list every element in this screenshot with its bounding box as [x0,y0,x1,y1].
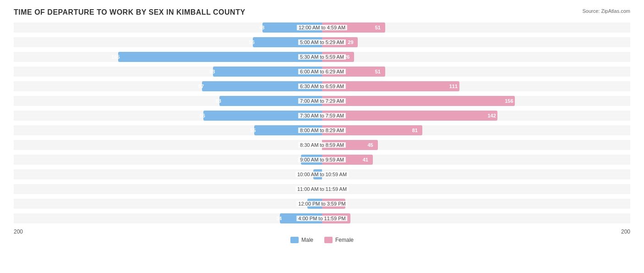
male-bar [213,67,322,77]
bar-row: 5:00 AM to 5:29 AM5629 [14,35,630,50]
female-bar [322,52,354,62]
male-value: 7 [309,172,311,177]
bar-row-inner: 11:00 AM to 11:59 AM00 [14,184,630,194]
time-label: 10:00 AM to 10:59 AM [295,172,349,177]
legend: Male Female [14,237,630,243]
bar-row-inner: 9:00 AM to 9:59 AM1741 [14,155,630,165]
legend-male-box [290,237,299,243]
bar-row: 9:00 AM to 9:59 AM1741 [14,152,630,167]
legend-female: Female [324,237,354,243]
legend-male-label: Male [301,237,313,243]
male-bar [313,169,322,179]
male-bar [202,81,322,91]
female-bar [322,37,358,47]
bar-row: 7:30 AM to 7:59 AM96142 [14,108,630,123]
legend-male: Male [290,237,313,243]
female-bar [322,140,378,150]
female-bar [322,22,385,33]
bar-row-inner: 7:00 AM to 7:29 AM83156 [14,96,630,106]
female-bar [322,125,422,135]
male-bar [280,213,322,223]
female-bar [322,199,345,209]
male-bar [254,125,322,135]
chart-area: 12:00 AM to 4:59 AM48515:00 AM to 5:29 A… [14,20,630,226]
bar-row: 4:00 PM to 11:59 PM3423 [14,211,630,226]
bar-row: 10:00 AM to 10:59 AM70 [14,167,630,182]
bar-row: 12:00 AM to 4:59 AM4851 [14,20,630,35]
male-bar [219,96,322,106]
female-value: 0 [324,172,327,177]
female-bar [322,96,515,106]
axis-left: 200 [14,228,23,235]
bar-row: 5:30 AM to 5:59 AM16526 [14,50,630,64]
female-bar [322,155,373,165]
axis-labels: 200 200 [14,228,630,235]
bar-row: 8:30 AM to 8:59 AM045 [14,138,630,152]
male-bar [301,155,322,165]
bar-row-inner: 10:00 AM to 10:59 AM70 [14,169,630,179]
bar-row-inner: 5:00 AM to 5:29 AM5629 [14,37,630,47]
bar-row: 7:00 AM to 7:29 AM83156 [14,94,630,108]
bar-row: 8:00 AM to 8:29 AM5581 [14,123,630,138]
chart-container: TIME OF DEPARTURE TO WORK BY SEX IN KIMB… [0,0,644,273]
bar-row-inner: 6:30 AM to 6:59 AM97111 [14,81,630,91]
bar-row: 11:00 AM to 11:59 AM00 [14,182,630,196]
bar-row-inner: 7:30 AM to 7:59 AM96142 [14,111,630,121]
legend-female-box [324,237,333,243]
male-bar [262,22,322,33]
time-label: 11:00 AM to 11:59 AM [295,186,349,192]
bar-row-inner: 12:00 PM to 3:59 PM1219 [14,199,630,209]
bar-row: 12:00 PM to 3:59 PM1219 [14,196,630,211]
female-bar [322,67,385,77]
male-bar [253,37,322,47]
bar-row-inner: 5:30 AM to 5:59 AM16526 [14,52,630,62]
bar-row-inner: 8:30 AM to 8:59 AM045 [14,140,630,150]
female-bar [322,213,350,223]
chart-title: TIME OF DEPARTURE TO WORK BY SEX IN KIMB… [14,8,630,17]
bar-row-inner: 8:00 AM to 8:29 AM5581 [14,125,630,135]
bar-row-inner: 6:00 AM to 6:29 AM8851 [14,67,630,77]
legend-female-label: Female [335,237,354,243]
bar-row-inner: 12:00 AM to 4:59 AM4851 [14,22,630,33]
bar-row-inner: 4:00 PM to 11:59 PM3423 [14,213,630,223]
axis-right: 200 [621,228,630,235]
male-value: 0 [317,186,320,192]
male-value: 0 [317,142,320,148]
male-bar [307,199,322,209]
male-bar [118,52,322,62]
female-value: 0 [324,186,327,192]
male-bar [203,111,322,121]
female-bar [322,81,459,91]
female-bar [322,111,497,121]
bar-row: 6:30 AM to 6:59 AM97111 [14,79,630,94]
source-text: Source: ZipAtlas.com [582,8,630,14]
bar-row: 6:00 AM to 6:29 AM8851 [14,64,630,79]
